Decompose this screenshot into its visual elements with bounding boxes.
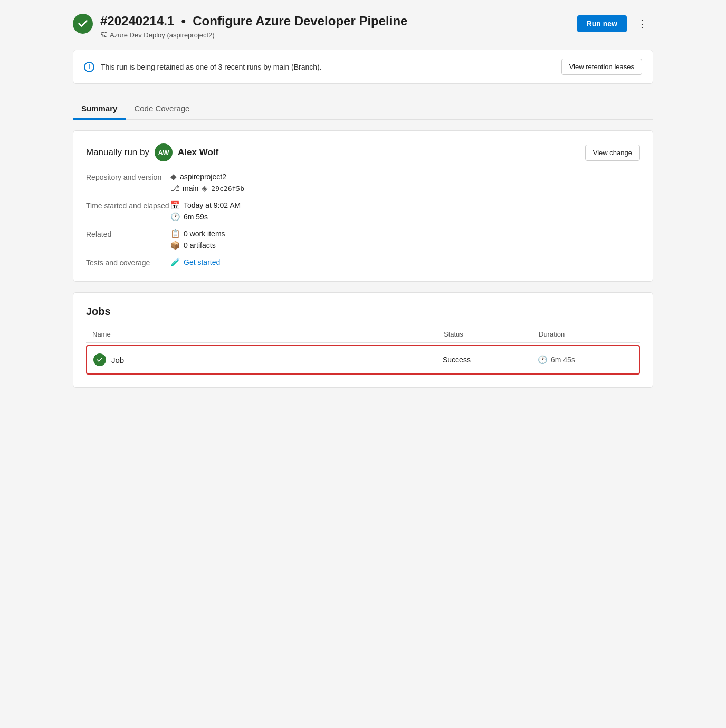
repo-label: Repository and version bbox=[86, 172, 170, 193]
job-duration: 🕐 6m 45s bbox=[538, 355, 633, 365]
page-title: #20240214.1 • Configure Azure Developer … bbox=[100, 13, 407, 29]
pipeline-icon: 🏗 bbox=[100, 31, 107, 39]
summary-header: Manually run by AW Alex Wolf View change bbox=[86, 143, 640, 161]
retention-banner: i This run is being retained as one of 3… bbox=[73, 50, 653, 84]
branch-icon: ⎇ bbox=[170, 184, 179, 193]
artifacts: 0 artifacts bbox=[184, 241, 216, 250]
jobs-table-header: Name Status Duration bbox=[86, 326, 640, 343]
elapsed-time: 6m 59s bbox=[184, 213, 208, 221]
time-value: 📅 Today at 9:02 AM 🕐 6m 59s bbox=[170, 200, 640, 222]
details-grid: Repository and version ◆ aspireproject2 … bbox=[86, 172, 640, 269]
run-new-button[interactable]: Run new bbox=[577, 15, 627, 32]
tab-code-coverage[interactable]: Code Coverage bbox=[126, 99, 198, 120]
avatar: AW bbox=[155, 143, 173, 161]
commit-hash: 29c26f5b bbox=[211, 185, 244, 193]
work-items: 0 work items bbox=[184, 229, 225, 238]
time-label: Time started and elapsed bbox=[86, 200, 170, 222]
table-row[interactable]: Job Success 🕐 6m 45s bbox=[86, 345, 640, 375]
success-status-icon bbox=[73, 14, 93, 34]
start-time: Today at 9:02 AM bbox=[184, 201, 241, 209]
header-left: #20240214.1 • Configure Azure Developer … bbox=[73, 13, 407, 39]
header-actions: Run new ⋮ bbox=[577, 15, 653, 33]
diamond-icon: ◆ bbox=[170, 172, 177, 181]
user-name: Alex Wolf bbox=[178, 147, 218, 158]
calendar-icon: 📅 bbox=[170, 200, 180, 210]
branch-name: main bbox=[183, 184, 198, 193]
subtitle-text: Azure Dev Deploy (aspireproject2) bbox=[110, 31, 215, 39]
jobs-title: Jobs bbox=[86, 305, 640, 318]
column-status: Status bbox=[444, 330, 539, 338]
summary-card: Manually run by AW Alex Wolf View change… bbox=[73, 130, 653, 282]
job-name-cell: Job bbox=[93, 353, 443, 366]
view-change-button[interactable]: View change bbox=[585, 145, 640, 161]
pipeline-subtitle: 🏗 Azure Dev Deploy (aspireproject2) bbox=[100, 31, 407, 39]
info-icon: i bbox=[84, 62, 94, 72]
job-status: Success bbox=[443, 356, 538, 364]
jobs-card: Jobs Name Status Duration Job Success 🕐 … bbox=[73, 292, 653, 388]
job-success-icon bbox=[93, 353, 106, 366]
tab-bar: Summary Code Coverage bbox=[73, 99, 653, 120]
pipeline-title: Configure Azure Developer Pipeline bbox=[193, 14, 407, 28]
get-started-link[interactable]: Get started bbox=[184, 258, 220, 266]
column-duration: Duration bbox=[539, 330, 634, 338]
banner-left: i This run is being retained as one of 3… bbox=[84, 62, 322, 72]
repo-name: aspireproject2 bbox=[180, 173, 226, 181]
tab-summary[interactable]: Summary bbox=[73, 99, 126, 120]
clock-icon: 🕐 bbox=[170, 212, 180, 222]
tests-label: Tests and coverage bbox=[86, 257, 170, 269]
job-name: Job bbox=[111, 356, 124, 365]
manually-run-section: Manually run by AW Alex Wolf bbox=[86, 143, 218, 161]
tests-value: 🧪 Get started bbox=[170, 257, 640, 269]
more-options-button[interactable]: ⋮ bbox=[631, 15, 653, 33]
run-number: #20240214.1 bbox=[100, 14, 174, 28]
related-value: 📋 0 work items 📦 0 artifacts bbox=[170, 229, 640, 250]
artifacts-icon: 📦 bbox=[170, 241, 180, 250]
workitems-icon: 📋 bbox=[170, 229, 180, 238]
banner-message: This run is being retained as one of 3 r… bbox=[101, 63, 322, 71]
view-retention-leases-button[interactable]: View retention leases bbox=[561, 59, 642, 75]
commit-icon: ◈ bbox=[202, 184, 208, 193]
header-title-block: #20240214.1 • Configure Azure Developer … bbox=[100, 13, 407, 39]
column-name: Name bbox=[92, 330, 444, 338]
duration-clock-icon: 🕐 bbox=[538, 355, 548, 365]
duration-value: 6m 45s bbox=[551, 356, 575, 364]
test-icon: 🧪 bbox=[170, 257, 180, 267]
related-label: Related bbox=[86, 229, 170, 250]
repo-value: ◆ aspireproject2 ⎇ main ◈ 29c26f5b bbox=[170, 172, 640, 193]
manually-run-prefix: Manually run by bbox=[86, 147, 149, 158]
page-header: #20240214.1 • Configure Azure Developer … bbox=[73, 13, 653, 39]
